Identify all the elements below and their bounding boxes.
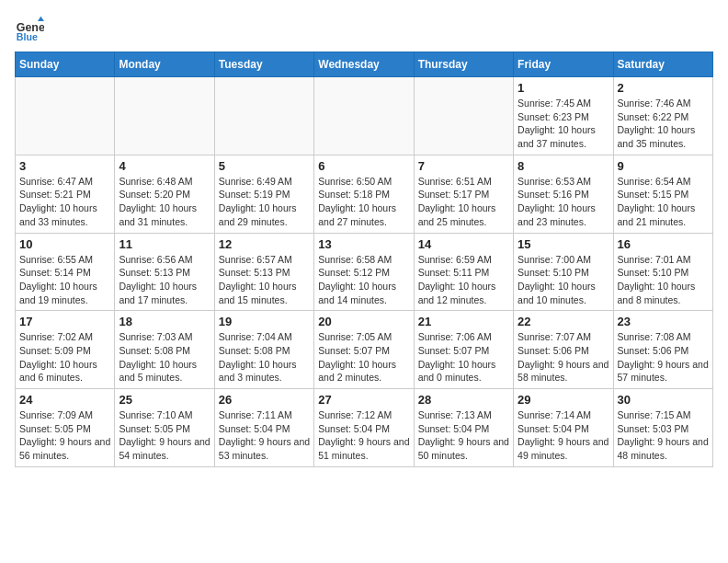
week-row-3: 10Sunrise: 6:55 AM Sunset: 5:14 PM Dayli…: [16, 233, 713, 311]
calendar-cell: 4Sunrise: 6:48 AM Sunset: 5:20 PM Daylig…: [115, 155, 214, 233]
day-info: Sunrise: 6:58 AM Sunset: 5:12 PM Dayligh…: [318, 253, 409, 307]
day-number: 8: [518, 159, 609, 173]
day-number: 30: [618, 393, 709, 407]
day-header-monday: Monday: [115, 52, 214, 77]
calendar-cell: 3Sunrise: 6:47 AM Sunset: 5:21 PM Daylig…: [16, 155, 115, 233]
day-number: 13: [318, 237, 409, 251]
day-info: Sunrise: 6:57 AM Sunset: 5:13 PM Dayligh…: [219, 253, 310, 307]
calendar-cell: 22Sunrise: 7:07 AM Sunset: 5:06 PM Dayli…: [514, 311, 613, 389]
day-number: 7: [418, 159, 509, 173]
day-number: 5: [219, 159, 310, 173]
logo-icon: General Blue: [15, 15, 44, 44]
day-number: 20: [318, 315, 409, 328]
week-row-2: 3Sunrise: 6:47 AM Sunset: 5:21 PM Daylig…: [16, 155, 713, 233]
day-info: Sunrise: 6:59 AM Sunset: 5:11 PM Dayligh…: [418, 253, 509, 307]
calendar-cell: 26Sunrise: 7:11 AM Sunset: 5:04 PM Dayli…: [214, 389, 313, 467]
calendar-cell: [115, 77, 214, 155]
day-number: 3: [19, 159, 110, 173]
day-header-friday: Friday: [514, 52, 613, 77]
day-header-tuesday: Tuesday: [214, 52, 313, 77]
calendar-header-row: SundayMondayTuesdayWednesdayThursdayFrid…: [16, 52, 713, 77]
calendar-cell: 18Sunrise: 7:03 AM Sunset: 5:08 PM Dayli…: [115, 311, 214, 389]
day-info: Sunrise: 6:56 AM Sunset: 5:13 PM Dayligh…: [119, 253, 210, 307]
day-number: 16: [618, 237, 709, 251]
day-info: Sunrise: 7:45 AM Sunset: 6:23 PM Dayligh…: [518, 97, 609, 151]
calendar-cell: 12Sunrise: 6:57 AM Sunset: 5:13 PM Dayli…: [214, 233, 313, 311]
day-number: 15: [518, 237, 609, 251]
calendar-cell: 17Sunrise: 7:02 AM Sunset: 5:09 PM Dayli…: [16, 311, 115, 389]
day-info: Sunrise: 6:50 AM Sunset: 5:18 PM Dayligh…: [318, 175, 409, 229]
day-info: Sunrise: 7:03 AM Sunset: 5:08 PM Dayligh…: [119, 330, 210, 385]
day-number: 1: [518, 81, 609, 95]
calendar-cell: 10Sunrise: 6:55 AM Sunset: 5:14 PM Dayli…: [16, 233, 115, 311]
calendar-cell: 7Sunrise: 6:51 AM Sunset: 5:17 PM Daylig…: [414, 155, 513, 233]
day-info: Sunrise: 6:51 AM Sunset: 5:17 PM Dayligh…: [418, 175, 509, 229]
week-row-5: 24Sunrise: 7:09 AM Sunset: 5:05 PM Dayli…: [16, 389, 713, 467]
page-header: General Blue: [15, 15, 713, 44]
calendar-cell: 19Sunrise: 7:04 AM Sunset: 5:08 PM Dayli…: [214, 311, 313, 389]
day-info: Sunrise: 7:09 AM Sunset: 5:05 PM Dayligh…: [19, 408, 110, 463]
calendar-cell: 14Sunrise: 6:59 AM Sunset: 5:11 PM Dayli…: [414, 233, 513, 311]
calendar-cell: 30Sunrise: 7:15 AM Sunset: 5:03 PM Dayli…: [613, 389, 712, 467]
day-number: 17: [19, 315, 110, 328]
calendar-cell: 28Sunrise: 7:13 AM Sunset: 5:04 PM Dayli…: [414, 389, 513, 467]
day-number: 9: [618, 159, 709, 173]
day-number: 27: [318, 393, 409, 407]
day-info: Sunrise: 7:12 AM Sunset: 5:04 PM Dayligh…: [318, 408, 409, 463]
calendar-cell: 29Sunrise: 7:14 AM Sunset: 5:04 PM Dayli…: [514, 389, 613, 467]
week-row-1: 1Sunrise: 7:45 AM Sunset: 6:23 PM Daylig…: [16, 77, 713, 155]
day-header-sunday: Sunday: [16, 52, 115, 77]
calendar-cell: 23Sunrise: 7:08 AM Sunset: 5:06 PM Dayli…: [613, 311, 712, 389]
calendar-cell: 1Sunrise: 7:45 AM Sunset: 6:23 PM Daylig…: [514, 77, 613, 155]
day-number: 28: [418, 393, 509, 407]
day-info: Sunrise: 7:14 AM Sunset: 5:04 PM Dayligh…: [518, 408, 609, 463]
calendar-cell: [214, 77, 313, 155]
day-number: 11: [119, 237, 210, 251]
day-number: 2: [618, 81, 709, 95]
day-info: Sunrise: 6:49 AM Sunset: 5:19 PM Dayligh…: [219, 175, 310, 229]
calendar-cell: [314, 77, 414, 155]
calendar-cell: [414, 77, 513, 155]
day-info: Sunrise: 7:05 AM Sunset: 5:07 PM Dayligh…: [318, 330, 409, 385]
day-number: 4: [119, 159, 210, 173]
calendar-cell: 9Sunrise: 6:54 AM Sunset: 5:15 PM Daylig…: [613, 155, 712, 233]
calendar-cell: 8Sunrise: 6:53 AM Sunset: 5:16 PM Daylig…: [514, 155, 613, 233]
calendar-cell: 15Sunrise: 7:00 AM Sunset: 5:10 PM Dayli…: [514, 233, 613, 311]
day-number: 23: [618, 315, 709, 328]
calendar-cell: 5Sunrise: 6:49 AM Sunset: 5:19 PM Daylig…: [214, 155, 313, 233]
calendar-cell: 20Sunrise: 7:05 AM Sunset: 5:07 PM Dayli…: [314, 311, 414, 389]
day-number: 19: [219, 315, 310, 328]
calendar-cell: 2Sunrise: 7:46 AM Sunset: 6:22 PM Daylig…: [613, 77, 712, 155]
day-info: Sunrise: 7:07 AM Sunset: 5:06 PM Dayligh…: [518, 330, 609, 385]
day-info: Sunrise: 7:08 AM Sunset: 5:06 PM Dayligh…: [618, 330, 709, 385]
week-row-4: 17Sunrise: 7:02 AM Sunset: 5:09 PM Dayli…: [16, 311, 713, 389]
day-number: 6: [318, 159, 409, 173]
day-number: 29: [518, 393, 609, 407]
calendar-cell: 13Sunrise: 6:58 AM Sunset: 5:12 PM Dayli…: [314, 233, 414, 311]
day-number: 26: [219, 393, 310, 407]
day-number: 22: [518, 315, 609, 328]
logo: General Blue: [15, 15, 44, 44]
day-info: Sunrise: 6:54 AM Sunset: 5:15 PM Dayligh…: [618, 175, 709, 229]
day-info: Sunrise: 7:15 AM Sunset: 5:03 PM Dayligh…: [618, 408, 709, 463]
calendar-cell: 21Sunrise: 7:06 AM Sunset: 5:07 PM Dayli…: [414, 311, 513, 389]
day-info: Sunrise: 7:13 AM Sunset: 5:04 PM Dayligh…: [418, 408, 509, 463]
day-number: 14: [418, 237, 509, 251]
calendar-cell: 24Sunrise: 7:09 AM Sunset: 5:05 PM Dayli…: [16, 389, 115, 467]
day-header-saturday: Saturday: [613, 52, 712, 77]
calendar-cell: 6Sunrise: 6:50 AM Sunset: 5:18 PM Daylig…: [314, 155, 414, 233]
day-info: Sunrise: 7:00 AM Sunset: 5:10 PM Dayligh…: [518, 253, 609, 307]
day-info: Sunrise: 7:01 AM Sunset: 5:10 PM Dayligh…: [618, 253, 709, 307]
day-info: Sunrise: 7:46 AM Sunset: 6:22 PM Dayligh…: [618, 97, 709, 151]
calendar-cell: 11Sunrise: 6:56 AM Sunset: 5:13 PM Dayli…: [115, 233, 214, 311]
svg-text:Blue: Blue: [17, 31, 38, 42]
day-number: 25: [119, 393, 210, 407]
day-info: Sunrise: 6:53 AM Sunset: 5:16 PM Dayligh…: [518, 175, 609, 229]
day-header-thursday: Thursday: [414, 52, 513, 77]
day-info: Sunrise: 7:02 AM Sunset: 5:09 PM Dayligh…: [19, 330, 110, 385]
day-info: Sunrise: 7:06 AM Sunset: 5:07 PM Dayligh…: [418, 330, 509, 385]
svg-marker-2: [38, 17, 44, 21]
day-info: Sunrise: 7:10 AM Sunset: 5:05 PM Dayligh…: [119, 408, 210, 463]
day-number: 21: [418, 315, 509, 328]
day-info: Sunrise: 7:11 AM Sunset: 5:04 PM Dayligh…: [219, 408, 310, 463]
